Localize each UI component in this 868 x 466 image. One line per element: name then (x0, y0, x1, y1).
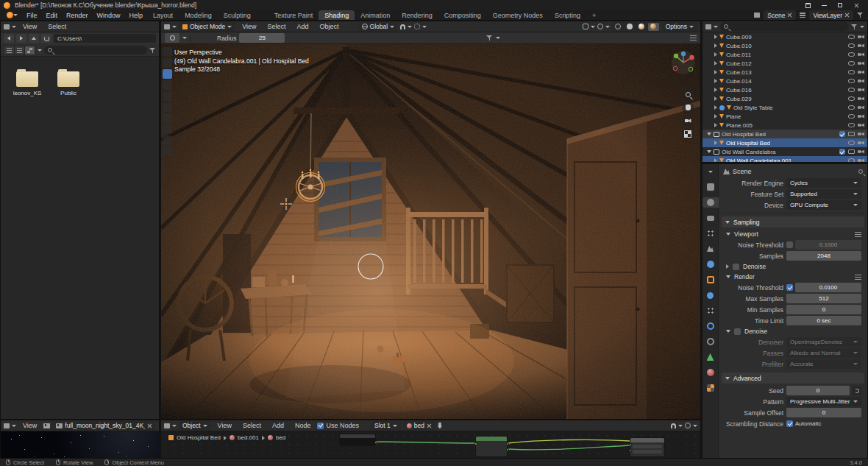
eye-icon[interactable] (848, 79, 855, 83)
viewlayer-icon[interactable] (800, 13, 805, 18)
mode-selector[interactable]: Object Mode (179, 22, 235, 32)
outliner-row[interactable]: Old Style Table (702, 103, 867, 112)
vp-menu-view[interactable]: View (238, 21, 260, 32)
fb-menu-view[interactable]: View (18, 21, 41, 32)
scene-selector[interactable]: Scene (764, 10, 796, 20)
close-button[interactable] (848, 0, 864, 10)
snap-magnet-icon[interactable] (671, 423, 676, 428)
item-label[interactable]: Plane.005 (726, 122, 753, 129)
scale-tool-icon[interactable] (163, 113, 172, 123)
expand-icon[interactable] (714, 105, 717, 110)
snap-magnet-icon[interactable] (400, 24, 405, 29)
feature-set-dropdown[interactable]: Supported (786, 189, 861, 199)
item-label[interactable]: Plane (726, 113, 741, 120)
outliner-search-input[interactable] (720, 22, 849, 31)
item-label[interactable]: Cube.013 (726, 69, 752, 76)
display-details-button[interactable] (15, 46, 24, 54)
tab-sculpting[interactable]: Sculpting (218, 10, 257, 20)
outliner-row[interactable]: Cube.013 (702, 68, 867, 77)
noise-threshold-field[interactable]: 0.1000 (795, 240, 861, 250)
camera-icon[interactable] (858, 141, 864, 145)
se-menu-view[interactable]: View (213, 420, 236, 431)
forward-button[interactable] (16, 34, 26, 43)
camera-icon[interactable] (858, 158, 864, 163)
chevron-down-icon[interactable] (38, 49, 42, 52)
item-label[interactable]: Old Style Table (733, 105, 773, 111)
slot-selector[interactable]: Slot 1 (371, 421, 401, 431)
tab-output[interactable] (702, 213, 719, 223)
editor-type-icon[interactable] (164, 423, 170, 428)
expand-icon[interactable] (714, 96, 717, 101)
item-label[interactable]: Old Hospital Bed (726, 140, 770, 146)
sampling-section-header[interactable]: Sampling (722, 216, 864, 227)
editor-type-icon[interactable] (4, 24, 10, 29)
camera-icon[interactable] (858, 88, 864, 92)
tab-constraints[interactable] (702, 336, 719, 347)
automatic-checkbox[interactable] (786, 420, 793, 427)
outliner-row-selected[interactable]: Old Wall Candelabra.001 (702, 156, 867, 163)
item-label[interactable]: Cube.014 (726, 78, 752, 85)
expand-icon[interactable] (714, 61, 717, 66)
navigation-gizmo[interactable] (671, 50, 696, 75)
se-menu-node[interactable]: Node (291, 420, 316, 431)
filter-icon[interactable] (149, 47, 156, 54)
tab-particles[interactable] (702, 306, 719, 316)
search-icon[interactable] (858, 169, 863, 174)
outliner-row[interactable]: Cube.010 (702, 41, 867, 50)
item-label[interactable]: Old Hospital Bed (722, 131, 766, 138)
tab-scripting[interactable]: Scripting (549, 10, 586, 20)
chevron-down-icon[interactable] (496, 37, 500, 39)
noise-threshold-checkbox[interactable] (786, 284, 793, 291)
overlays-chevron-icon[interactable] (605, 26, 610, 28)
unlink-icon[interactable] (427, 423, 432, 428)
maximize-button[interactable] (832, 0, 848, 10)
tab-texture-paint[interactable]: Texture Paint (268, 10, 319, 20)
node-collapsed[interactable] (339, 434, 376, 446)
shader-type-selector[interactable]: Object (179, 421, 211, 431)
breadcrumb-material[interactable]: bed.001 (238, 434, 259, 441)
rotate-tool-icon[interactable] (163, 102, 172, 112)
expand-icon[interactable] (714, 79, 717, 83)
fb-menu-select[interactable]: Select (43, 21, 71, 32)
expand-icon[interactable] (714, 70, 717, 74)
display-list-button[interactable] (4, 46, 14, 54)
transform-orientation-selector[interactable]: Global (358, 22, 399, 32)
item-label[interactable]: Cube.011 (726, 52, 751, 58)
chevron-down-icon[interactable] (693, 425, 697, 427)
unlink-icon[interactable] (147, 423, 152, 428)
node-canvas[interactable]: Old Hospital Bed bed.001 bed (161, 431, 700, 458)
tab-tool[interactable] (702, 182, 719, 192)
viewport-denoise-header[interactable]: Denoise (719, 261, 867, 272)
time-limit-field[interactable]: 0 sec (786, 316, 861, 325)
expand-icon[interactable] (714, 158, 717, 163)
shading-material-button[interactable] (636, 23, 647, 31)
eye-icon[interactable] (848, 70, 855, 74)
annotate-tool-icon[interactable] (163, 135, 172, 145)
se-menu-select[interactable]: Select (238, 420, 266, 431)
folder-tile[interactable]: leonov_KS (10, 71, 45, 96)
overlays-toggle-icon[interactable] (597, 24, 603, 29)
editor-type-icon[interactable] (164, 24, 170, 29)
ortho-toggle-button[interactable] (682, 128, 694, 140)
eye-icon[interactable] (848, 96, 855, 101)
camera-icon[interactable] (858, 149, 864, 154)
pan-button[interactable] (682, 102, 694, 113)
window-layout-button[interactable] (800, 0, 816, 10)
menu-window[interactable]: Window (93, 10, 125, 20)
path-input[interactable]: C:\Users\ (54, 34, 156, 43)
tab-object-data[interactable] (702, 352, 719, 362)
output-socket[interactable] (506, 448, 509, 451)
eye-icon[interactable] (848, 114, 855, 119)
expand-icon[interactable] (714, 123, 717, 127)
select-circle-tool-icon[interactable] (163, 69, 172, 79)
collection-checkbox[interactable] (839, 131, 845, 137)
outliner-row-selected[interactable]: Old Hospital Bed (702, 138, 867, 147)
collection-checkbox[interactable] (839, 149, 845, 155)
tab-layout[interactable]: Layout (147, 10, 179, 20)
app-menu-button[interactable] (2, 10, 22, 20)
tab-modifiers[interactable] (702, 290, 719, 300)
render-denoise-header[interactable]: Denoise (719, 326, 867, 336)
expand-icon[interactable] (714, 35, 717, 39)
menu-edit[interactable]: Edit (42, 10, 63, 20)
outliner-row[interactable]: Plane.005 (702, 121, 867, 130)
